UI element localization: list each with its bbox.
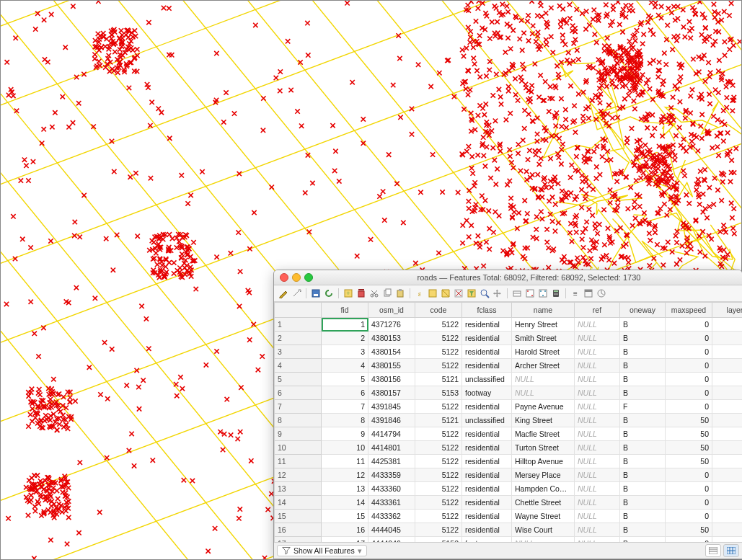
table-row[interactable]: 151544333625122residentialWayne StreetNU… — [275, 510, 743, 523]
cell-oneway[interactable]: B — [620, 482, 666, 496]
cell-name[interactable]: King Street — [512, 414, 575, 427]
cell-osm_id[interactable]: 4433362 — [368, 510, 415, 523]
cell-fid[interactable]: 15 — [322, 510, 368, 523]
cell-code[interactable]: 5122 — [415, 523, 462, 537]
cell-maxspeed[interactable]: 0 — [666, 537, 712, 543]
row-header[interactable]: 3 — [275, 345, 322, 359]
cell-maxspeed[interactable]: 50 — [666, 523, 712, 537]
cell-fid[interactable]: 7 — [322, 400, 368, 414]
cell-maxspeed[interactable]: 0 — [666, 510, 712, 523]
table-row[interactable]: 131344333605122residentialHampden Co…NUL… — [275, 482, 743, 496]
cell-osm_id[interactable]: 4391846 — [368, 414, 415, 427]
close-button[interactable] — [280, 273, 288, 282]
cell-oneway[interactable]: B — [620, 332, 666, 345]
cell-ref[interactable]: NULL — [575, 318, 620, 332]
table-row[interactable]: 171744440465153footwayNULLNULLB00FF — [275, 537, 743, 543]
cell-layer[interactable]: 0 — [712, 414, 743, 427]
cell-code[interactable]: 5121 — [415, 414, 462, 427]
cell-code[interactable]: 5122 — [415, 482, 462, 496]
row-header[interactable]: 5 — [275, 373, 322, 386]
cell-osm_id[interactable]: 4444045 — [368, 523, 415, 537]
cell-oneway[interactable]: B — [620, 414, 666, 427]
cell-osm_id[interactable]: 4433361 — [368, 496, 415, 510]
cell-oneway[interactable]: B — [620, 537, 666, 543]
cell-osm_id[interactable]: 4380154 — [368, 345, 415, 359]
cell-fclass[interactable]: residential — [462, 441, 512, 455]
cell-osm_id[interactable]: 4414801 — [368, 441, 415, 455]
select-all-button[interactable] — [427, 288, 438, 299]
table-row[interactable]: 4443801555122residentialArcher StreetNUL… — [275, 359, 743, 373]
cell-ref[interactable]: NULL — [575, 427, 620, 441]
table-view-button[interactable] — [723, 544, 739, 557]
cell-oneway[interactable]: B — [620, 373, 666, 386]
cell-ref[interactable]: NULL — [575, 345, 620, 359]
column-header-osm_id[interactable]: osm_id — [368, 303, 415, 318]
refresh-button[interactable] — [323, 288, 335, 299]
cell-ref[interactable]: NULL — [575, 523, 620, 537]
cell-fid[interactable]: 13 — [322, 482, 368, 496]
cell-maxspeed[interactable]: 50 — [666, 441, 712, 455]
cell-oneway[interactable]: B — [620, 427, 666, 441]
cell-fid[interactable]: 14 — [322, 496, 368, 510]
cell-fid[interactable]: 17 — [322, 537, 368, 543]
cell-code[interactable]: 5122 — [415, 345, 462, 359]
table-row[interactable]: 8843918465121unclassifiedKing StreetNULL… — [275, 414, 743, 427]
row-header[interactable]: 7 — [275, 400, 322, 414]
cell-maxspeed[interactable]: 0 — [666, 386, 712, 400]
cell-code[interactable]: 5122 — [415, 496, 462, 510]
vert2-button[interactable] — [537, 288, 549, 299]
cell-name[interactable]: Archer Street — [512, 359, 575, 373]
edit-field-button[interactable] — [511, 288, 523, 299]
cell-fclass[interactable]: residential — [462, 318, 512, 332]
calc-field-button[interactable] — [550, 288, 562, 299]
corner-cell[interactable] — [275, 303, 322, 318]
cell-layer[interactable]: 0 — [712, 455, 743, 468]
row-header[interactable]: 2 — [275, 332, 322, 345]
cell-code[interactable]: 5153 — [415, 537, 462, 543]
cell-code[interactable]: 5122 — [415, 468, 462, 482]
cell-code[interactable]: 5122 — [415, 318, 462, 332]
cell-oneway[interactable]: B — [620, 510, 666, 523]
cell-fclass[interactable]: unclassified — [462, 373, 512, 386]
cell-name[interactable]: NULL — [512, 386, 575, 400]
cell-layer[interactable]: 0 — [712, 400, 743, 414]
cell-osm_id[interactable]: 4425381 — [368, 455, 415, 468]
cell-layer[interactable]: 0 — [712, 510, 743, 523]
cell-name[interactable]: Harold Street — [512, 345, 575, 359]
cell-osm_id[interactable]: 4444046 — [368, 537, 415, 543]
cell-osm_id[interactable]: 4391845 — [368, 400, 415, 414]
pencil-button[interactable] — [278, 288, 289, 299]
cell-osm_id[interactable]: 4380155 — [368, 359, 415, 373]
save-button[interactable] — [310, 288, 322, 299]
cell-fclass[interactable]: residential — [462, 427, 512, 441]
table-row[interactable]: 2243801535122residentialSmith StreetNULL… — [275, 332, 743, 345]
cell-layer[interactable]: 0 — [712, 318, 743, 332]
cell-ref[interactable]: NULL — [575, 537, 620, 543]
cell-layer[interactable]: 0 — [712, 537, 743, 543]
cell-maxspeed[interactable]: 0 — [666, 496, 712, 510]
cell-osm_id[interactable]: 4371276 — [368, 318, 415, 332]
cell-code[interactable]: 5122 — [415, 332, 462, 345]
table-row[interactable]: 9944147945122residentialMacfie StreetNUL… — [275, 427, 743, 441]
cell-code[interactable]: 5122 — [415, 441, 462, 455]
table-row[interactable]: 101044148015122residentialTurton StreetN… — [275, 441, 743, 455]
row-header[interactable]: 1 — [275, 318, 322, 332]
cell-code[interactable]: 5153 — [415, 386, 462, 400]
cell-oneway[interactable]: B — [620, 359, 666, 373]
cell-code[interactable]: 5122 — [415, 359, 462, 373]
table-row[interactable]: 121244333595122residentialMersey PlaceNU… — [275, 468, 743, 482]
cell-name[interactable]: Hilltop Avenue — [512, 455, 575, 468]
cell-fid[interactable]: 3 — [322, 345, 368, 359]
cell-osm_id[interactable]: 4380156 — [368, 373, 415, 386]
pan-sel-button[interactable] — [492, 288, 503, 299]
cell-fclass[interactable]: residential — [462, 510, 512, 523]
cell-fclass[interactable]: residential — [462, 400, 512, 414]
cell-name[interactable]: NULL — [512, 537, 575, 543]
cell-ref[interactable]: NULL — [575, 496, 620, 510]
cell-fclass[interactable]: residential — [462, 455, 512, 468]
cell-ref[interactable]: NULL — [575, 400, 620, 414]
cell-osm_id[interactable]: 4433359 — [368, 468, 415, 482]
cell-maxspeed[interactable]: 0 — [666, 318, 712, 332]
cell-name[interactable]: NULL — [512, 373, 575, 386]
cell-code[interactable]: 5122 — [415, 510, 462, 523]
